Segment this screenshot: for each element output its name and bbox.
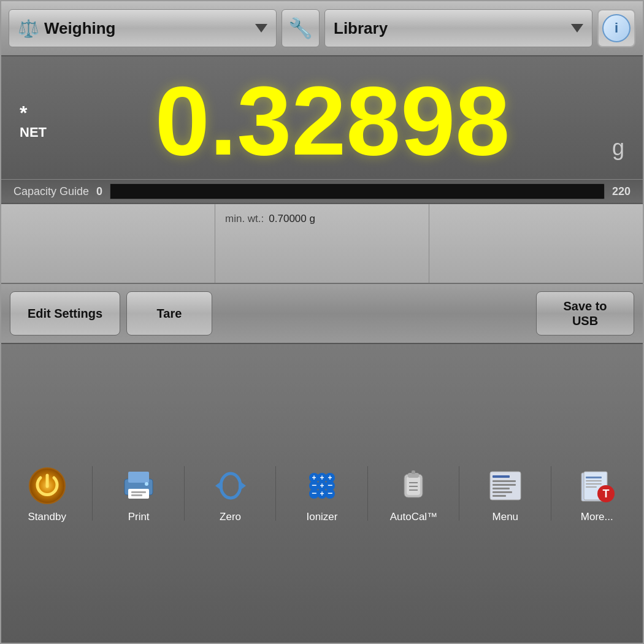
settings-wrench-button[interactable]: 🔧	[282, 9, 320, 47]
menu-icon-wrap	[484, 464, 527, 507]
bottom-nav: Standby Print	[1, 343, 643, 643]
library-label: Library	[334, 19, 566, 38]
autocal-icon-wrap	[392, 464, 435, 507]
more-icon: T	[578, 467, 616, 505]
min-wt-value: 0.70000 g	[269, 213, 315, 225]
nav-item-print[interactable]: Print	[93, 459, 184, 528]
ionizer-icon-wrap: + + + − + − − + −	[301, 464, 343, 507]
info-cell-2: min. wt.: 0.70000 g	[215, 204, 429, 283]
info-cell-1	[1, 204, 215, 283]
autocal-icon	[394, 467, 432, 505]
nav-label-zero: Zero	[220, 511, 241, 523]
weighing-dropdown[interactable]: ⚖️ Weighing	[9, 9, 277, 47]
nav-label-ionizer: Ionizer	[306, 511, 337, 523]
button-bar: Edit Settings Tare Save toUSB	[1, 283, 643, 343]
nav-label-menu: Menu	[493, 511, 519, 523]
nav-item-standby[interactable]: Standby	[1, 459, 93, 528]
nav-item-ionizer[interactable]: + + + − + − − + −	[276, 459, 367, 528]
weight-status-labels: * NET	[20, 101, 47, 141]
capacity-bar	[110, 183, 605, 199]
capacity-max-value: 220	[612, 185, 631, 198]
capacity-min-value: 0	[96, 185, 102, 198]
nav-label-more: More...	[581, 511, 613, 523]
svg-rect-41	[493, 495, 506, 497]
nav-label-autocal: AutoCal™	[390, 511, 437, 523]
svg-rect-44	[586, 477, 602, 478]
menu-icon	[486, 467, 524, 505]
tare-button[interactable]: Tare	[126, 291, 212, 335]
svg-rect-5	[131, 494, 142, 496]
weighing-dropdown-arrow	[255, 24, 267, 33]
svg-text:+: +	[320, 489, 324, 498]
top-bar: ⚖️ Weighing 🔧 Library i	[1, 1, 643, 56]
capacity-guide-label: Capacity Guide	[13, 185, 89, 198]
standby-icon	[28, 467, 66, 505]
svg-rect-2	[128, 472, 149, 483]
svg-rect-4	[131, 491, 146, 493]
stability-asterisk: *	[20, 101, 27, 125]
svg-rect-36	[493, 475, 510, 478]
svg-rect-37	[493, 480, 516, 482]
more-icon-wrap: T	[575, 464, 618, 507]
svg-point-9	[221, 473, 240, 498]
edit-settings-button[interactable]: Edit Settings	[10, 291, 120, 335]
svg-rect-38	[493, 484, 516, 486]
capacity-guide-section: Capacity Guide 0 220	[1, 179, 643, 204]
zero-icon	[212, 467, 250, 505]
info-button[interactable]: i	[597, 9, 635, 47]
save-to-usb-button[interactable]: Save toUSB	[536, 291, 634, 335]
min-wt-label: min. wt.:	[225, 213, 264, 225]
print-icon-wrap	[117, 464, 160, 507]
scale-icon: ⚖️	[18, 18, 39, 39]
weight-value: 0.32898	[59, 72, 606, 170]
print-icon	[120, 467, 158, 505]
ionizer-icon: + + + − + − − + −	[303, 467, 341, 505]
weight-unit: g	[612, 135, 624, 173]
main-screen: ⚖️ Weighing 🔧 Library i * NET 0.32898 g	[0, 0, 644, 644]
svg-rect-3	[128, 489, 149, 499]
library-dropdown[interactable]: Library	[324, 9, 592, 47]
svg-rect-39	[493, 488, 510, 489]
svg-rect-45	[586, 480, 602, 481]
svg-text:−: −	[312, 488, 316, 498]
nav-label-print: Print	[128, 511, 150, 523]
svg-point-6	[145, 482, 148, 486]
svg-rect-47	[586, 486, 597, 488]
svg-rect-46	[586, 483, 602, 485]
nav-item-more[interactable]: T More...	[551, 459, 643, 528]
net-label: NET	[20, 125, 47, 140]
weighing-label: Weighing	[44, 19, 250, 38]
svg-text:T: T	[603, 488, 610, 500]
svg-text:+: +	[320, 473, 324, 482]
info-table: min. wt.: 0.70000 g	[1, 204, 643, 283]
svg-rect-40	[493, 491, 512, 493]
nav-item-menu[interactable]: Menu	[459, 459, 551, 528]
wrench-icon: 🔧	[288, 17, 313, 40]
capacity-bar-fill	[110, 184, 115, 199]
svg-rect-31	[412, 470, 415, 474]
weight-display-section: * NET 0.32898 g	[1, 56, 643, 179]
svg-text:+: +	[320, 481, 324, 490]
library-dropdown-arrow	[571, 24, 583, 33]
nav-item-autocal[interactable]: AutoCal™	[368, 459, 459, 528]
info-cell-3	[429, 204, 643, 283]
zero-icon-wrap	[209, 464, 252, 507]
standby-icon-wrap	[26, 464, 69, 507]
svg-text:−: −	[328, 488, 332, 498]
nav-item-zero[interactable]: Zero	[185, 459, 276, 528]
info-circle-icon: i	[602, 14, 631, 42]
info-label: i	[615, 20, 618, 36]
nav-label-standby: Standby	[28, 511, 66, 523]
